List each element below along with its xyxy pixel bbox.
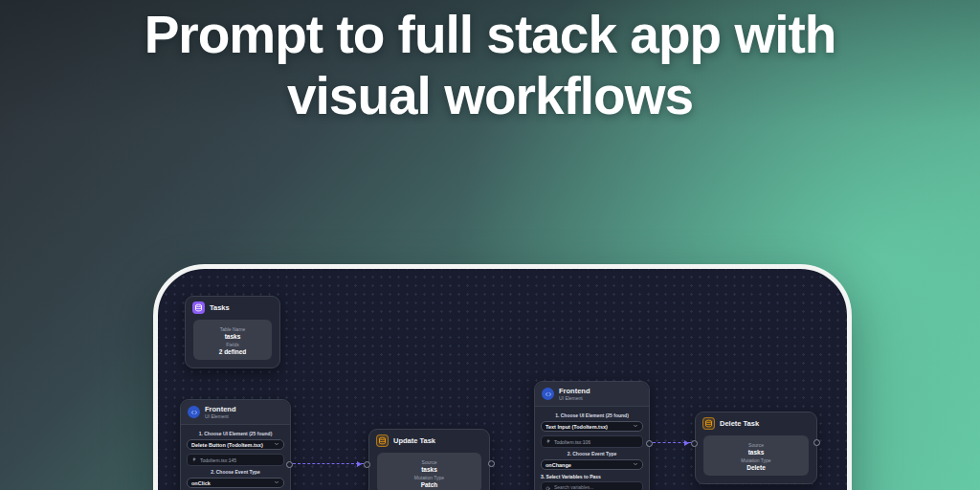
node-title: Frontend [559,387,590,395]
node-subtitle: UI Element [205,413,236,419]
workflow-canvas[interactable]: Tasks Table Name tasks Fields 2 defined … [153,264,852,490]
source-value: tasks [709,449,803,456]
fields-label: Fields [199,342,266,347]
ui-element-select[interactable]: Text Input (TodoItem.tsx) [541,421,643,432]
step1-label: 1. Choose UI Element (25 found) [541,412,643,418]
event-type-select[interactable]: onClick [187,478,284,488]
input-port-update-task[interactable] [364,461,370,468]
table-info-card: Table Name tasks Fields 2 defined [193,320,272,360]
code-location-field[interactable]: TodoItem.tsx:106 [541,435,643,448]
node-title: Tasks [210,303,230,312]
event-type-select-value: onChange [546,462,571,468]
mutation-type-label: Mutation Type [709,457,803,463]
variables-search-box[interactable] [541,481,643,490]
output-port-delete-task[interactable] [813,439,820,446]
input-port-delete-task[interactable] [691,440,698,447]
chevron-down-icon [274,479,279,486]
mutation-type-value: Patch [383,481,476,488]
mutation-database-icon [376,434,389,447]
page-title: Prompt to full stack app with visual wor… [0,4,980,127]
step2-label: 2. Choose Event Type [541,451,643,457]
code-icon [188,406,200,418]
code-icon [542,388,554,400]
fields-value: 2 defined [199,348,266,355]
source-value: tasks [383,466,476,473]
update-task-header: Update Task [369,430,489,452]
code-ref-text: TodoItem.tsx:106 [554,439,590,445]
event-type-select-value: onClick [191,480,211,486]
output-port-frontend2[interactable] [646,440,653,447]
table-name-value: tasks [199,333,266,340]
node-title: Delete Task [720,419,759,428]
page-title-line-1: Prompt to full stack app with [0,4,980,65]
ui-element-select-value: Text Input (TodoItem.tsx) [546,424,608,430]
code-location-field[interactable]: TodoItem.tsx:145 [187,454,284,466]
event-type-select[interactable]: onChange [541,459,643,470]
node-title: Update Task [393,436,435,445]
page-title-line-2: visual workflows [0,65,980,126]
code-ref-text: TodoItem.tsx:145 [200,457,236,463]
tasks-node-header: Tasks [186,297,279,319]
output-port-update-task[interactable] [488,460,495,467]
step2-label: 2. Choose Event Type [187,469,284,475]
update-task-node[interactable]: Update Task Source tasks Mutation Type P… [368,429,490,490]
connector-frontend1-update [293,463,364,464]
database-icon [192,301,205,314]
node-subtitle: UI Element [559,395,590,401]
search-icon [546,479,551,490]
hero-section: Prompt to full stack app with visual wor… [0,0,980,490]
frontend-node-delete-button[interactable]: Frontend UI Element 1. Choose UI Element… [180,399,291,490]
step1-label: 1. Choose UI Element (25 found) [187,431,284,436]
variables-search-input[interactable] [554,484,638,490]
connector-arrow-icon [684,440,689,446]
chevron-down-icon [274,441,279,448]
delete-task-node[interactable]: Delete Task Source tasks Mutation Type D… [695,412,817,484]
mutation-database-icon [702,417,715,430]
code-location-icon [546,438,551,445]
frontend-node-text-input[interactable]: Frontend UI Element 1. Choose UI Element… [534,381,650,490]
output-port-frontend1[interactable] [286,461,293,468]
mutation-info-card: Source tasks Mutation Type Patch [377,453,481,490]
ui-element-select[interactable]: Delete Button (TodoItem.tsx) [187,439,284,450]
table-name-label: Table Name [199,326,266,332]
frontend-node-header: Frontend UI Element [535,382,649,407]
code-location-icon [191,457,197,463]
source-label: Source [383,459,476,465]
ui-element-select-value: Delete Button (TodoItem.tsx) [191,442,263,448]
mutation-type-label: Mutation Type [383,475,476,480]
tasks-table-node[interactable]: Tasks Table Name tasks Fields 2 defined [185,296,280,368]
chevron-down-icon [633,423,638,430]
source-label: Source [709,442,803,448]
frontend-node-header: Frontend UI Element [181,400,290,425]
chevron-down-icon [633,461,638,468]
step3-label: 3. Select Variables to Pass [541,474,643,479]
delete-task-header: Delete Task [696,412,816,434]
mutation-type-value: Delete [709,464,803,471]
mutation-info-card: Source tasks Mutation Type Delete [703,435,809,476]
connector-arrow-icon [357,461,362,467]
node-title: Frontend [205,405,236,413]
